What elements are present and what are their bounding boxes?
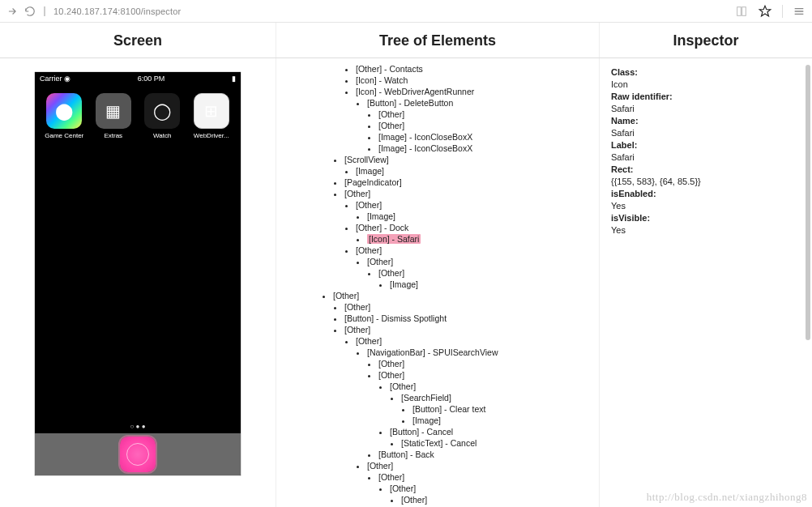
svg-rect-0: [737, 6, 741, 15]
inspector-properties: Class:IconRaw identifier:SafariName:Safa…: [611, 66, 801, 236]
favorite-icon[interactable]: [758, 4, 772, 19]
header-tree: Tree of Elements: [276, 23, 600, 58]
property-value: Safari: [611, 151, 801, 164]
tree-node[interactable]: [Other]: [356, 335, 596, 347]
tree-node[interactable]: [Icon] - Watch: [356, 75, 596, 86]
tree-node[interactable]: [Other]: [344, 324, 596, 335]
property-value: Safari: [611, 127, 801, 139]
header-screen: Screen: [0, 23, 276, 58]
tree-column[interactable]: [Other] - Contacts[Icon] - Watch[Icon] -…: [276, 58, 600, 507]
tree-node[interactable]: [NavigationBar] - SPUISearchView: [367, 347, 596, 358]
svg-rect-1: [742, 6, 746, 15]
element-tree[interactable]: [Other] - Contacts[Icon] - Watch[Icon] -…: [276, 63, 596, 507]
tree-node[interactable]: [Other]: [390, 381, 596, 392]
property-key: Class:: [611, 66, 801, 79]
header-inspector: Inspector: [600, 23, 812, 58]
tree-node[interactable]: [Image]: [390, 279, 596, 290]
clock-label: 6:00 PM: [138, 75, 165, 83]
tree-node[interactable]: [Other]: [390, 483, 596, 494]
tree-node[interactable]: [Other]: [378, 267, 596, 279]
tree-node[interactable]: [ScrollView]: [344, 154, 596, 165]
property-key: isEnabled:: [611, 188, 801, 200]
tree-node[interactable]: [SearchField]: [401, 392, 596, 403]
property-value: Yes: [611, 200, 801, 212]
watermark-text: http://blog.csdn.net/xiangzhihong8: [647, 491, 807, 504]
property-value: Safari: [611, 103, 801, 115]
dock: [35, 433, 241, 475]
webdriver-icon: ⊞: [194, 93, 229, 129]
tree-node[interactable]: [Other]: [367, 256, 596, 267]
tree-node[interactable]: [Other]: [378, 369, 596, 381]
tree-node[interactable]: [Other]: [333, 290, 596, 301]
inspector-column: Class:IconRaw identifier:SafariName:Safa…: [600, 58, 812, 507]
property-key: Raw identifier:: [611, 91, 801, 103]
tree-node[interactable]: [Image] - IconCloseBoxX: [378, 143, 596, 154]
tree-node[interactable]: [Icon] - Safari: [367, 233, 596, 245]
page-indicator[interactable]: ○ ● ●: [35, 423, 241, 430]
tree-node[interactable]: [Other] - Contacts: [356, 63, 596, 75]
tree-node[interactable]: [StaticText] - Cancel: [401, 437, 596, 449]
forward-icon[interactable]: [6, 6, 18, 17]
tree-node[interactable]: [Other]: [356, 245, 596, 256]
property-value: Icon: [611, 79, 801, 91]
screen-column: Carrier ◉ 6:00 PM ▮ ⬤Game Center ▦Extras…: [0, 58, 276, 507]
app-webdriver[interactable]: ⊞WebDriver...: [189, 93, 234, 139]
column-headers: Screen Tree of Elements Inspector: [0, 23, 812, 58]
tree-node[interactable]: [Image]: [367, 211, 596, 222]
tree-node[interactable]: [Other]: [344, 188, 596, 199]
tree-node[interactable]: [Other]: [401, 494, 596, 505]
tree-node[interactable]: [Button] - Cancel: [390, 426, 596, 437]
tree-node[interactable]: [Button] - Dismiss Spotlight: [344, 313, 596, 324]
tree-node[interactable]: [Button] - Back: [378, 449, 596, 460]
carrier-label: Carrier ◉: [40, 75, 71, 83]
tree-node[interactable]: [Other]: [378, 120, 596, 131]
property-value: Yes: [611, 224, 801, 236]
property-key: isVisible:: [611, 212, 801, 224]
property-value: {{155, 583}, {64, 85.5}}: [611, 176, 801, 188]
app-watch[interactable]: ◯Watch: [139, 93, 185, 139]
watch-icon: ◯: [144, 93, 180, 129]
tree-node[interactable]: [Image]: [412, 415, 596, 426]
tree-node[interactable]: [Button] - DeleteButton: [367, 97, 596, 109]
tree-node[interactable]: [Other] - Dock: [356, 222, 596, 233]
extras-icon: ▦: [96, 93, 131, 129]
tree-node[interactable]: [Other]: [356, 199, 596, 211]
tree-node[interactable]: [Other]: [344, 301, 596, 313]
tree-node[interactable]: [Image]: [356, 165, 596, 177]
browser-toolbar: 10.240.187.174:8100/inspector: [0, 0, 812, 23]
status-bar: Carrier ◉ 6:00 PM ▮: [35, 72, 241, 85]
battery-icon: ▮: [232, 75, 236, 83]
home-apps-row: ⬤Game Center ▦Extras ◯Watch ⊞WebDriver..…: [35, 85, 241, 139]
tree-node[interactable]: [Icon] - WebDriverAgentRunner: [356, 86, 596, 97]
app-extras[interactable]: ▦Extras: [91, 93, 136, 139]
address-bar[interactable]: 10.240.187.174:8100/inspector: [44, 6, 727, 16]
menu-icon[interactable]: [782, 5, 806, 18]
game-center-icon: ⬤: [46, 93, 82, 129]
scrollbar-thumb[interactable]: [806, 65, 810, 340]
refresh-icon[interactable]: [24, 6, 36, 17]
property-key: Name:: [611, 115, 801, 127]
property-key: Rect:: [611, 164, 801, 176]
tree-node[interactable]: [Other]: [378, 358, 596, 369]
wifi-icon: ◉: [64, 75, 71, 83]
tree-node[interactable]: [Other]: [367, 460, 596, 471]
app-game-center[interactable]: ⬤Game Center: [41, 93, 87, 139]
device-frame: Carrier ◉ 6:00 PM ▮ ⬤Game Center ▦Extras…: [34, 71, 241, 476]
tree-node[interactable]: [Other]: [378, 109, 596, 120]
tree-node[interactable]: [Other]: [378, 471, 596, 483]
property-key: Label:: [611, 139, 801, 151]
tree-node[interactable]: [Image] - IconCloseBoxX: [378, 131, 596, 143]
tree-node[interactable]: [PageIndicator]: [344, 177, 596, 188]
tree-node[interactable]: [Button] - Clear text: [412, 403, 596, 415]
reading-list-icon[interactable]: [735, 5, 748, 18]
safari-icon[interactable]: [120, 437, 156, 472]
